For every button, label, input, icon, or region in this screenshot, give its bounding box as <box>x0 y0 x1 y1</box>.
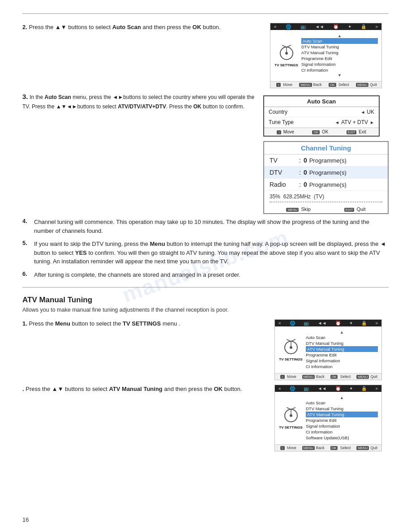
menu-item-dtv-3[interactable]: DTV Manual Tuning <box>306 406 378 412</box>
menu-up-arrow-3: ▲ <box>306 395 378 400</box>
ct-radio-value: 0 <box>304 181 307 188</box>
bottom-back-1: MENUBack <box>298 82 321 87</box>
tv-settings-menu-2: ▲ Auto Scan DTV Manual Tuning ATV Manual… <box>306 330 378 369</box>
tv-settings-body-1: TV SETTINGS ▲ Auto Scan DTV Manual Tunin… <box>270 30 381 81</box>
topbar-icon-time: ⏰ <box>333 24 338 29</box>
menu-item-progedit-1[interactable]: Programme Edit <box>301 56 378 61</box>
menu-item-autoscan-2[interactable]: Auto Scan <box>306 335 378 340</box>
ct-freq-label: (TV) <box>314 193 324 200</box>
menu-item-dtv-2[interactable]: DTV Manual Tuning <box>306 340 378 346</box>
atv-step2-row: . Press the ▲▼ buttons to select ATV Man… <box>22 385 389 451</box>
country-arrow-left[interactable]: ◄ <box>360 110 365 115</box>
auto-scan-tunetype-row: Tune Type ◄ ATV + DTV ► <box>264 117 379 128</box>
auto-scan-title: Auto Scan <box>264 96 379 107</box>
svg-line-2 <box>287 45 291 47</box>
step5-row: 5. If you want to skip the DTV tuning, p… <box>22 240 389 266</box>
menu-up-arrow-1: ▲ <box>301 34 378 38</box>
atv-step2-content: Press the ▲▼ buttons to select ATV Manua… <box>26 386 242 392</box>
atv-step1-text: 1. Press the Menu button to select the T… <box>22 319 269 328</box>
bottom-quit-3: MENUQuit <box>355 446 377 450</box>
menu-item-atv-1[interactable]: ATV Manual Tuning <box>301 50 378 56</box>
step4-content: Channel tuning will commence. This opera… <box>34 218 389 235</box>
tv-settings-topbar-2: «🌐📺◄◄⏰✦🔒» <box>275 320 381 326</box>
topbar-icon-prev: « <box>274 24 277 29</box>
bottom-back-2: MENUBack <box>301 374 325 379</box>
menu-item-signal-2[interactable]: Signal Information <box>306 358 378 364</box>
tv-antenna-area-3: TV SETTINGS <box>278 395 303 441</box>
menu-item-progedit-3[interactable]: Programme Edit <box>306 417 378 423</box>
topbar-icon-vol: ◄◄ <box>315 24 324 29</box>
ct-tv-label: TV <box>270 157 296 164</box>
step6-number: 6. <box>22 270 31 277</box>
step2-row: 2. Press the ▲▼ buttons to select Auto S… <box>22 23 389 88</box>
tunetype-val: ATV + DTV <box>341 119 368 125</box>
tv-settings-label-1: TV SETTINGS <box>274 63 298 67</box>
menu-item-autoscan-1[interactable]: Auto Scan <box>301 38 378 44</box>
tv-settings-bottombar-2: ↕ Move MENUBack OK Select MENUQuit <box>275 373 381 380</box>
auto-scan-bottom: ↕ Move OK OK EXIT Exit <box>264 128 379 136</box>
ct-dtv-unit: Programme(s) <box>309 169 347 176</box>
ct-radio-unit: Programme(s) <box>309 181 347 188</box>
tv-antenna-icon-2 <box>282 339 300 356</box>
menu-item-dtv-1[interactable]: DTV Manual Tuning <box>301 44 378 50</box>
menu-item-ci-1[interactable]: CI Information <box>301 67 378 73</box>
menu-item-ci-2[interactable]: CI Information <box>306 364 378 369</box>
menu-item-signal-3[interactable]: Signal Information <box>306 423 378 429</box>
tv-settings-body-3: TV SETTINGS ▲ Auto Scan DTV Manual Tunin… <box>275 392 381 444</box>
tv-settings-bottombar-1: ↕ Move MENUBack OK Select MENUQuit <box>270 81 381 88</box>
menu-item-atv-2[interactable]: ATV Manual Tuning <box>306 346 378 352</box>
menu-item-autoscan-3[interactable]: Auto Scan <box>306 400 378 406</box>
ct-tv-row: TV : 0 Programme(s) <box>264 154 388 167</box>
channel-tuning-title: Channel Tuning <box>264 142 388 154</box>
section-divider <box>22 287 389 287</box>
bottom-quit-1: MENUQuit <box>355 82 377 87</box>
svg-point-9 <box>290 346 292 349</box>
menu-item-progedit-2[interactable]: Programme Edit <box>306 352 378 358</box>
svg-point-14 <box>290 414 292 417</box>
menu-item-atv-3[interactable]: ATV Manual Tuning <box>306 412 378 417</box>
step4-row: 4. Channel tuning will commence. This op… <box>22 218 389 235</box>
ct-skip[interactable]: MENU Skip <box>286 206 311 212</box>
ct-radio-label: Radio <box>270 181 296 188</box>
tv-antenna-icon-3 <box>282 407 300 425</box>
bottom-move-2: ↕ Move <box>279 374 296 379</box>
step5-content: If you want to skip the DTV tuning, pres… <box>34 240 389 266</box>
tv-settings-bottombar-3: ↕ Move MENUBack OK Select MENUQuit <box>275 444 381 451</box>
tv-settings-menu-1: ▲ Auto Scan DTV Manual Tuning ATV Manual… <box>301 34 378 77</box>
tv-antenna-area-1: TV SETTINGS <box>274 34 299 77</box>
bottom-quit-2: MENUQuit <box>355 374 377 379</box>
menu-up-arrow-2: ▲ <box>306 330 378 335</box>
tunetype-arrow-left[interactable]: ◄ <box>335 120 339 125</box>
top-divider <box>22 13 389 14</box>
step2-number: 2. <box>22 24 27 30</box>
step2-text: 2. Press the ▲▼ buttons to select Auto S… <box>22 23 263 32</box>
ct-tv-unit: Programme(s) <box>309 157 347 164</box>
tunetype-arrow-right[interactable]: ► <box>370 120 374 125</box>
bottom-back-3: MENUBack <box>301 446 325 450</box>
tv-settings-menu-3: ▲ Auto Scan DTV Manual Tuning ATV Manual… <box>306 395 378 441</box>
auto-scan-country-row: Country ◄ UK <box>264 107 379 117</box>
menu-item-ci-3[interactable]: CI Information <box>306 429 378 435</box>
ct-quit[interactable]: EXIT Quit <box>344 206 366 212</box>
step4-number: 4. <box>22 218 31 224</box>
tv-settings-box-3: «🌐📺◄◄⏰✦🔒» TV SETTINGS <box>274 385 382 451</box>
country-val: UK <box>367 109 374 115</box>
menu-item-signal-1[interactable]: Signal Information <box>301 61 378 67</box>
topbar-icon-tv: 📺 <box>300 24 306 29</box>
svg-line-12 <box>291 408 295 409</box>
step2-image: « 🌐 📺 ◄◄ ⏰ ✦ 🔒 » <box>270 23 389 88</box>
topbar-icon-next: » <box>375 24 378 29</box>
tv-settings-topbar-3: «🌐📺◄◄⏰✦🔒» <box>275 385 381 392</box>
menu-item-sw-3[interactable]: Software Update(USB) <box>306 435 378 441</box>
step3-number: 3. <box>22 93 28 100</box>
auto-scan-box: Auto Scan Country ◄ UK Tune Type ◄ ATV +… <box>263 95 380 137</box>
tv-settings-label-3: TV SETTINGS <box>279 425 302 429</box>
atv-section-title: ATV Manual Tuning <box>22 296 389 305</box>
ct-tv-colon: : <box>299 157 301 164</box>
bottom-select-2: OK Select <box>329 374 351 379</box>
svg-line-6 <box>287 339 291 341</box>
ct-frequency: 628.25MHz <box>283 193 311 200</box>
country-label: Country <box>269 109 287 115</box>
ct-dtv-colon: : <box>299 169 301 176</box>
bottom-move-3: ↕ Move <box>279 446 296 450</box>
